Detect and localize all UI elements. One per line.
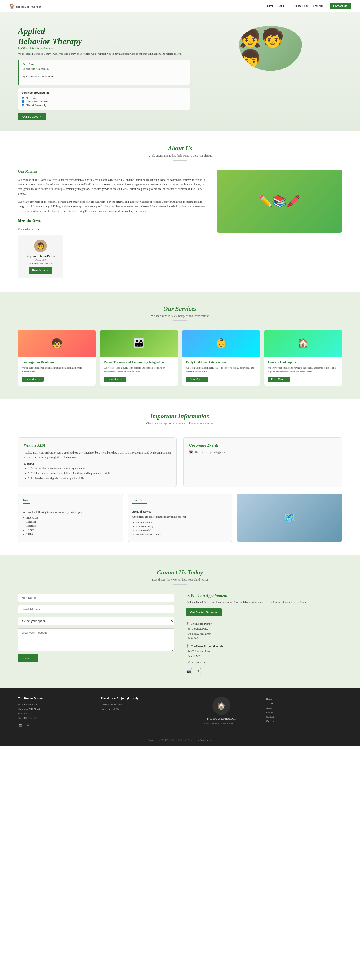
nav-services[interactable]: SERVICES — [294, 5, 308, 8]
option-select[interactable]: Select your option — [18, 617, 174, 625]
fee-4: Tricare — [26, 528, 118, 532]
footer-linkedin-icon[interactable]: in — [25, 722, 31, 728]
footer-nav-about[interactable]: About — [266, 706, 342, 710]
name-field[interactable] — [18, 593, 174, 602]
footer-col1-line4: Call: 301-615-1007 — [18, 716, 94, 721]
service-title-4: Home School Support — [268, 361, 338, 364]
footer-nav-careers[interactable]: Careers — [266, 719, 342, 724]
fee-5: Cigna — [26, 532, 118, 536]
footer-col1-line3: Suite 208 — [18, 711, 94, 716]
footer-nav-col: Home Services About Events Contact Caree… — [266, 697, 342, 728]
logo-text: THE HOUSE PROJECT — [16, 6, 42, 8]
message-field[interactable] — [18, 628, 174, 651]
hero-services-title: Services provided in: — [22, 91, 186, 94]
aba-item-3: 3. Achieve behavioral goals for better q… — [28, 476, 171, 480]
footer-nav-services[interactable]: Services — [266, 701, 342, 706]
footer-col1-title: The House Project — [18, 697, 94, 700]
about-subtitle: A safe environment that fuels positive b… — [18, 154, 342, 158]
linkedin-icon[interactable]: in — [195, 668, 201, 674]
owner-avatar: 👩 — [34, 240, 47, 252]
hero-goal-title: Our Goal — [22, 62, 186, 66]
our-services-btn[interactable]: Our Services → — [18, 113, 46, 120]
footer-logo-sub: APPLIED BEHAVIOR ANALYSIS — [204, 721, 239, 725]
mission-p1: Our mission at The House Project is to d… — [18, 178, 206, 196]
footer: The House Project 5570 Sterrett Place Co… — [0, 688, 360, 746]
service-desc-2: We work collaboratively with parents and… — [104, 366, 174, 374]
contact-grid: Select your option Submit To Book an App… — [18, 593, 342, 675]
nav-contact-btn[interactable]: Contact Us — [330, 3, 351, 10]
aba-intro: Applied Behavior Analysis, or ABA, appli… — [24, 450, 171, 460]
services-divider — [173, 320, 187, 321]
fees-divider — [23, 507, 32, 508]
service-body-1: Kindergarten Readiness We teach foundati… — [18, 357, 96, 385]
aba-item-1: 1. Boost positive behaviors and reduce n… — [28, 466, 171, 471]
hero-service-2: Home School Support — [22, 100, 186, 103]
read-more-btn[interactable]: Read More → — [29, 267, 52, 274]
service-btn-1[interactable]: Know More → — [22, 377, 44, 382]
hero-subtitle: In Clinic & In House Services — [18, 46, 190, 50]
nav-events[interactable]: EVENTS — [313, 5, 324, 8]
footer-social-1: 📷 in — [18, 722, 94, 728]
info-section: Important Information Check out our upco… — [0, 399, 360, 555]
service-title-1: Kindergarten Readiness — [22, 361, 92, 364]
powered-by-link[interactable]: Squarespace — [200, 738, 212, 741]
copyright-text: Copyright © 2024 The House Projects | Po… — [148, 738, 199, 741]
footer-instagram-icon[interactable]: 📷 — [18, 722, 24, 728]
footer-nav-events[interactable]: Events — [266, 710, 342, 715]
footer-nav-contact[interactable]: Contact — [266, 715, 342, 719]
pin-icon-1: 📍 — [186, 622, 189, 625]
nav-about[interactable]: ABOUT — [279, 5, 289, 8]
nav-links: HOME ABOUT SERVICES EVENTS Contact Us — [266, 3, 351, 10]
service-desc-1: We teach foundational life skills that h… — [22, 366, 92, 374]
owner-role: Founder – Lead Therapist — [22, 262, 59, 264]
contact-divider — [173, 584, 187, 585]
service-btn-2[interactable]: Know More → — [104, 377, 126, 382]
footer-col1-line2: Columbia, MD 21044 — [18, 707, 94, 711]
aba-item-2: 2. Children communicate, focus, follow d… — [28, 471, 171, 476]
contact-section: Contact Us Today Let's discuss how we ca… — [0, 555, 360, 688]
submit-btn[interactable]: Submit — [18, 654, 38, 662]
footer-grid: The House Project 5570 Sterrett Place Co… — [18, 697, 342, 728]
mission-p2: Our heavy emphasis on professional devel… — [18, 199, 206, 213]
service-img-2: 👨‍👩‍👧 — [100, 330, 178, 357]
hero-title: Applied Behavior Therapy — [18, 26, 190, 46]
footer-nav-home[interactable]: Home — [266, 697, 342, 701]
footer-logo-col: 🏠 THE HOUSE PROJECT APPLIED BEHAVIOR ANA… — [183, 697, 259, 728]
email-field[interactable] — [18, 605, 174, 613]
footer-bottom: Copyright © 2024 The House Projects | Po… — [18, 735, 342, 741]
loc-1: Baltimore City — [136, 521, 228, 524]
instagram-icon[interactable]: 📷 — [186, 668, 192, 674]
nav-home[interactable]: HOME — [266, 5, 274, 8]
service-title-2: Parent Training and Community Integratio… — [104, 361, 174, 364]
pin-icon-2: 📍 — [186, 644, 189, 648]
locs-title: Locations — [132, 498, 147, 504]
loc-4: Prince Georges County — [136, 533, 228, 536]
booking-title: To Book an Appointment — [186, 593, 342, 598]
service-card-1: 🧒 Kindergarten Readiness We teach founda… — [18, 330, 96, 385]
events-card: Upcoming Events 📅 There are no upcoming … — [183, 437, 342, 487]
aba-card: What is ABA? Applied Behavior Analysis, … — [18, 437, 177, 487]
fees-title: Fees — [23, 498, 30, 504]
social-icons: 📷 in — [186, 668, 342, 674]
events-title: Upcoming Events — [189, 443, 336, 448]
service-btn-3[interactable]: Know More → — [186, 377, 208, 382]
events-empty: There are no upcoming events. — [195, 450, 228, 454]
loc1-name: The House Project — [191, 622, 213, 625]
locs-divider — [132, 507, 141, 508]
hero-left: Applied Behavior Therapy In Clinic & In … — [18, 26, 190, 120]
services-grid: 🧒 Kindergarten Readiness We teach founda… — [18, 330, 342, 385]
owner-card[interactable]: 👩 Stephanie Jean-Pierre BCBA-LBA Founder… — [18, 235, 63, 278]
owner-name: Stephanie Jean-Pierre — [22, 255, 59, 258]
service-btn-4[interactable]: Know More → — [268, 377, 290, 382]
hero-service-3: Clinic & Community — [22, 103, 186, 107]
footer-logo-box: 🏠 — [213, 697, 230, 715]
service-body-4: Home School Support We work with childre… — [264, 357, 342, 385]
hero-service-1: Classroom — [22, 96, 186, 100]
contact-right: To Book an Appointment Click on the link… — [186, 593, 342, 675]
info-top-grid: What is ABA? Applied Behavior Analysis, … — [18, 437, 342, 487]
contact-form-col: Select your option Submit — [18, 593, 174, 675]
booking-text: Click on the link below to fill out our … — [186, 601, 342, 605]
info-subtitle: Check out our upcoming events and know m… — [18, 422, 342, 425]
fee-1: Blue Cross — [26, 516, 118, 520]
get-started-btn[interactable]: Get Started Today → — [186, 608, 222, 616]
